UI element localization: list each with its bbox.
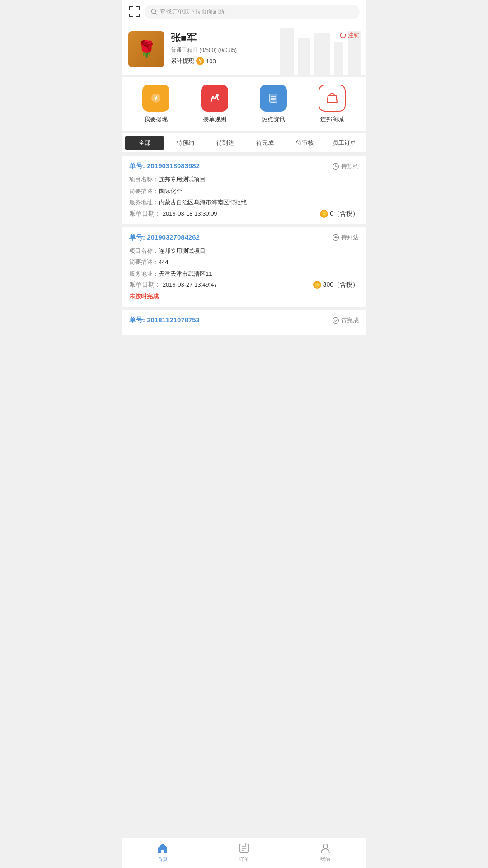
rules-icon: [201, 85, 228, 112]
quick-actions: ¥ 我要提现 接单规则 热点资讯: [122, 77, 366, 131]
project-label: 项目名称：: [129, 175, 159, 184]
tab-pending-arrive[interactable]: 待到达: [205, 133, 245, 152]
svg-rect-11: [298, 38, 310, 75]
order-number-3: 单号: 20181121078753: [129, 316, 200, 325]
coin-icon: ¥: [196, 57, 204, 65]
svg-rect-13: [334, 42, 343, 75]
scan-icon[interactable]: [128, 5, 141, 18]
action-news[interactable]: 热点资讯: [260, 85, 287, 123]
order-address-row-1: 服务地址： 内蒙古自治区乌海市海南区街拒绝: [129, 198, 359, 207]
svg-text:¥: ¥: [154, 94, 158, 102]
order-price-1: 🪙 0（含税）: [320, 210, 359, 218]
clock-icon: [332, 163, 339, 170]
mall-label: 连邦商城: [320, 115, 344, 123]
order-card-3[interactable]: 单号: 20181121078753 待完成: [122, 310, 366, 335]
order-card-1[interactable]: 单号: 20190318083982 待预约 项目名称： 连邦专用测试项目 简要…: [122, 156, 366, 224]
order-project-row-2: 项目名称： 连邦专用测试项目: [129, 246, 359, 255]
address-label: 服务地址：: [129, 198, 159, 207]
desc-value-2: 444: [159, 258, 359, 267]
svg-point-20: [216, 94, 219, 97]
tab-pending-appt[interactable]: 待预约: [165, 133, 205, 152]
logout-label: 注销: [348, 31, 360, 39]
svg-rect-3: [139, 6, 140, 10]
search-bar[interactable]: 查找订单或下拉页面刷新: [145, 5, 360, 19]
project-value-2: 连邦专用测试项目: [159, 246, 359, 255]
order-status-2: 待到达: [332, 233, 359, 241]
order-price-2: 🪙 300（含税）: [313, 281, 359, 289]
withdraw-label: 我要提现: [144, 115, 168, 123]
address-label-2: 服务地址：: [129, 269, 159, 278]
order-number-2: 单号: 20190327084262: [129, 233, 200, 242]
order-header-1: 单号: 20190318083982 待预约: [129, 162, 359, 170]
order-project-row-1: 项目名称： 连邦专用测试项目: [129, 175, 359, 184]
withdraw-amount: 103: [206, 58, 216, 65]
project-label-2: 项目名称：: [129, 246, 159, 255]
search-placeholder: 查找订单或下拉页面刷新: [160, 8, 225, 16]
avatar: 🌹: [128, 31, 164, 67]
svg-rect-12: [314, 33, 330, 75]
action-mall[interactable]: 连邦商城: [319, 85, 346, 123]
svg-rect-5: [129, 14, 130, 17]
desc-label-2: 简要描述：: [129, 258, 159, 267]
date-label-1: 派单日期：: [129, 210, 161, 217]
order-status-text-3: 待完成: [341, 316, 359, 325]
order-header-3: 单号: 20181121078753 待完成: [129, 316, 359, 325]
svg-rect-1: [129, 6, 130, 10]
date-label-2: 派单日期：: [129, 281, 161, 288]
order-footer-1: 派单日期： 2019-03-18 13:30:09 🪙 0（含税）: [129, 210, 359, 218]
svg-line-27: [336, 166, 337, 167]
order-status-text-2: 待到达: [341, 233, 359, 241]
svg-rect-7: [139, 14, 140, 17]
desc-label: 简要描述：: [129, 187, 159, 196]
order-status-text-1: 待预约: [341, 162, 359, 170]
order-date-2: 2019-03-27 13:49:47: [163, 281, 217, 288]
tab-employee-order[interactable]: 员工订单: [324, 133, 364, 152]
desc-value-1: 国际化个: [159, 187, 359, 196]
order-desc-row-1: 简要描述： 国际化个: [129, 187, 359, 196]
project-value-1: 连邦专用测试项目: [159, 175, 359, 184]
order-address-row-2: 服务地址： 天津天津市武清区11: [129, 269, 359, 278]
news-label: 热点资讯: [262, 115, 285, 123]
order-date-1: 2019-03-18 13:30:09: [163, 210, 217, 217]
power-icon: [340, 32, 346, 38]
mall-icon: [319, 85, 346, 112]
order-status-3: 待完成: [332, 316, 359, 325]
svg-line-9: [155, 13, 157, 15]
order-desc-row-2: 简要描述： 444: [129, 258, 359, 267]
action-rules[interactable]: 接单规则: [201, 85, 228, 123]
profile-section: 🌹 张■军 普通工程师 (0/500) (0/0.85) 累计提现 ¥ 103 …: [122, 24, 366, 75]
order-footer-2: 派单日期： 2019-03-27 13:49:47 🪙 300（含税）: [129, 281, 359, 289]
svg-point-30: [335, 236, 337, 238]
price-value-2: 300（含税）: [323, 281, 359, 289]
logout-button[interactable]: 注销: [340, 31, 360, 39]
order-header-2: 单号: 20190327084262 待到达: [129, 233, 359, 242]
arrive-icon: [332, 234, 339, 241]
order-card-2[interactable]: 单号: 20190327084262 待到达 项目名称： 连邦专用测试项目 简要…: [122, 227, 366, 307]
withdraw-label: 累计提现: [171, 57, 194, 65]
rules-label: 接单规则: [203, 115, 226, 123]
order-number-1: 单号: 20190318083982: [129, 162, 200, 170]
price-coin-icon-2: 🪙: [313, 281, 321, 289]
header: 查找订单或下拉页面刷新: [122, 0, 366, 24]
address-value-1: 内蒙古自治区乌海市海南区街拒绝: [159, 198, 359, 207]
svg-rect-10: [280, 28, 294, 75]
address-value-2: 天津天津市武清区11: [159, 269, 359, 278]
search-icon: [151, 9, 157, 15]
price-coin-icon-1: 🪙: [320, 210, 328, 218]
tab-all[interactable]: 全部: [125, 136, 164, 150]
action-withdraw[interactable]: ¥ 我要提现: [142, 85, 169, 123]
order-status-1: 待预约: [332, 162, 359, 170]
svg-point-31: [333, 317, 339, 323]
overdue-text-2: 未按时完成: [129, 292, 359, 301]
tab-pending-complete[interactable]: 待完成: [245, 133, 285, 152]
price-value-1: 0（含税）: [330, 210, 359, 218]
withdraw-icon: ¥: [142, 85, 169, 112]
news-icon: [260, 85, 287, 112]
tab-pending-review[interactable]: 待审核: [285, 133, 324, 152]
order-tabs: 全部 待预约 待到达 待完成 待审核 员工订单: [122, 133, 366, 153]
complete-icon: [332, 317, 339, 324]
